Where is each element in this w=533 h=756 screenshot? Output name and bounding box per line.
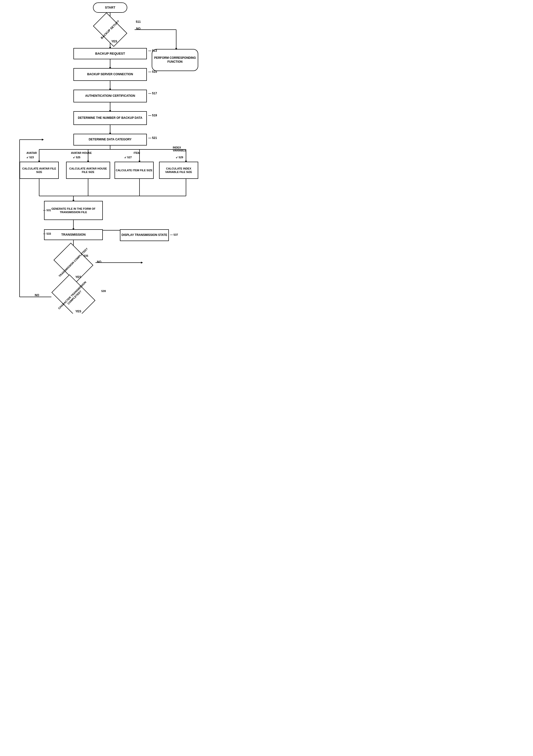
ref-535: 535 bbox=[84, 254, 88, 257]
calc-item-node: CALCULATE ITEM FILE SIZE bbox=[114, 162, 154, 179]
avatar-label: AVATAR bbox=[26, 151, 37, 154]
det-num-node: DETERMINE THE NUMBER OF BACKUP DATA bbox=[73, 111, 147, 125]
start-node: START bbox=[93, 2, 127, 13]
backup-setup-diamond: BACKUP SETUP? bbox=[86, 20, 135, 39]
svg-marker-54 bbox=[42, 139, 44, 141]
ref-523: ↙ 523 bbox=[26, 156, 34, 159]
ref-533: — 533 bbox=[43, 232, 51, 235]
perform-func-node: PERFORM CORRESPONDING FUNCTION bbox=[152, 49, 198, 71]
yes-label-539: YES bbox=[75, 310, 81, 313]
backup-request-node: BACKUP REQUEST bbox=[73, 48, 147, 59]
svg-marker-40 bbox=[141, 262, 143, 264]
ref-521: — 521 bbox=[148, 136, 157, 140]
ref-527: ↙ 527 bbox=[124, 156, 132, 159]
ref-539: 539 bbox=[101, 289, 106, 292]
disp-trans-node: DISPLAY TRANSMISSION STATE bbox=[120, 229, 169, 241]
transmission-node: TRANSMISSION bbox=[44, 229, 103, 240]
backup-server-node: BACKUP SERVER CONNECTION bbox=[73, 68, 147, 81]
index-var-label: INDEXVARIABLE bbox=[173, 146, 186, 152]
calc-avatar-node: CALCULATE AVATAR FILE SIZE bbox=[20, 162, 59, 179]
no-label-535: NO bbox=[97, 260, 101, 264]
det-category-node: DETERMINE DATA CATEGORY bbox=[73, 134, 147, 146]
ref-531: — 531 bbox=[43, 209, 51, 212]
item-label: ITEM bbox=[134, 151, 140, 154]
ref-513: — 513 bbox=[148, 49, 157, 52]
yes-label-535: YES bbox=[75, 275, 81, 279]
calc-avatar-house-node: CALCULATE AVATAR HOUSE FILE SIZE bbox=[66, 162, 110, 179]
auth-cert-node: AUTHENTICATION/ CERTIFICATION bbox=[73, 90, 147, 102]
char-trans-diamond: CHARACTER TRANSMISSION COMPLETED? bbox=[46, 284, 100, 309]
trans-complete-diamond: TRANSMISSION COMPLETED? bbox=[51, 250, 95, 275]
yes-label-511: YES bbox=[111, 40, 117, 43]
ref-519: — 519 bbox=[148, 114, 157, 117]
ref-515: — 515 bbox=[148, 70, 157, 73]
ref-525: ↙ 525 bbox=[73, 156, 80, 159]
no-label-511: NO bbox=[136, 27, 140, 30]
ref-511: 511 bbox=[136, 20, 141, 23]
ref-529: ↙ 529 bbox=[176, 156, 183, 159]
flowchart: START BACKUP SETUP? 511 NO YES PERFORM C… bbox=[0, 0, 220, 313]
calc-index-node: CALCULATE INDEX VARIABLE FILE SIZE bbox=[159, 162, 198, 179]
ref-517: — 517 bbox=[148, 92, 157, 95]
ref-537: — 537 bbox=[170, 233, 178, 236]
avatar-house-label: AVATAR HOUSE bbox=[71, 151, 92, 154]
no-label-539: NO bbox=[35, 293, 39, 297]
gen-file-node: GENERATE FILE IN THE FORM OF TRANSMISSIO… bbox=[44, 201, 103, 220]
